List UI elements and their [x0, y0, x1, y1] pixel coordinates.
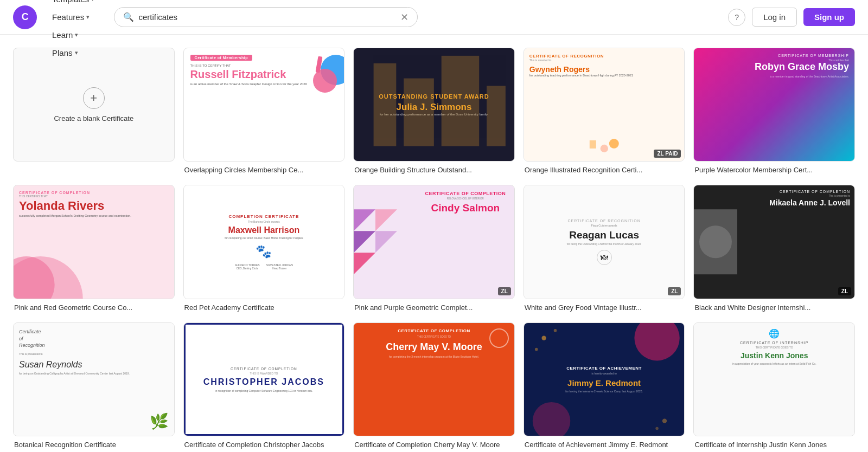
- cert-sub: successfully completed Morgan School's D…: [19, 214, 169, 217]
- decorative-circles: [306, 54, 344, 97]
- template-card[interactable]: Certificate of Completion RELOVA SCHOOL …: [353, 185, 515, 311]
- botanical-illustration: 🌿: [19, 412, 169, 430]
- card-title: Orange Building Structure Outstand...: [353, 166, 515, 174]
- svg-point-7: [609, 139, 619, 148]
- card-thumbnail: Certificate of Completion THIS IS AWARDE…: [183, 322, 345, 436]
- cert-name: Gwyneth Rogers: [529, 65, 679, 74]
- card-thumbnail: Certificate of Membership THIS IS TO CER…: [183, 48, 345, 162]
- chevron-down-icon: ▾: [86, 14, 90, 21]
- card-title: Botanical Recognition Certificate: [13, 441, 175, 449]
- header-actions: ? Log in Sign up: [728, 8, 855, 27]
- template-card[interactable]: Outstanding Student Award Julia J. Simmo…: [353, 48, 515, 174]
- nav-learn[interactable]: Learn ▾: [46, 26, 101, 44]
- nav-templates[interactable]: Templates ▾: [46, 0, 101, 8]
- template-card[interactable]: Certificate of Completion This is presen…: [693, 185, 855, 311]
- building-bg: [354, 48, 514, 161]
- template-card[interactable]: Certificate of Completion THIS IS AWARDE…: [183, 322, 345, 449]
- template-card[interactable]: Certificate of Recognition This is award…: [524, 48, 685, 174]
- template-card[interactable]: Certificate of Membership This certifies…: [693, 48, 855, 174]
- svg-point-18: [699, 226, 732, 259]
- cert-name: Jimmy E. Redmont: [567, 378, 641, 388]
- cert-title: Certificate of Membership: [778, 54, 849, 57]
- chevron-down-icon: ▾: [91, 0, 94, 3]
- cert-title: Completion Certificate: [228, 214, 299, 219]
- card-thumbnail: Outstanding Student Award Julia J. Simmo…: [353, 48, 515, 162]
- zl-badge: ZL: [498, 287, 511, 295]
- card-thumbnail: Certificate of Recognition This is award…: [524, 48, 685, 162]
- template-card[interactable]: Certificate of Completion THIS CERTIFICA…: [353, 322, 515, 449]
- card-title: Overlapping Circles Membership Ce...: [183, 166, 345, 174]
- card-thumbnail: Certificate of Achievement is hereby awa…: [524, 322, 685, 436]
- login-button[interactable]: Log in: [752, 8, 797, 27]
- cert-title: Certificate of Completion: [231, 367, 297, 371]
- help-button[interactable]: ?: [728, 9, 745, 26]
- globe-icon: 🌐: [769, 328, 780, 339]
- food-icon: 🍽: [597, 250, 612, 265]
- triangle-decoration: [354, 185, 397, 298]
- svg-marker-12: [354, 210, 375, 231]
- cert-sub: for outstanding teaching performance in …: [529, 74, 679, 77]
- cert-title: Certificate of Recognition: [529, 54, 679, 59]
- canva-logo[interactable]: C: [13, 5, 37, 29]
- card-title: Black and White Designer Internshi...: [693, 304, 855, 312]
- cert-name: Justin Kenn Jones: [741, 351, 808, 360]
- template-card[interactable]: Certificate of Membership THIS IS TO CER…: [183, 48, 345, 174]
- circle-decoration: [489, 328, 509, 348]
- cert-title: Certificate of Achievement: [566, 366, 642, 371]
- svg-rect-4: [404, 79, 434, 146]
- svg-point-1: [313, 69, 337, 93]
- card-title: Pink and Purple Geometric Complet...: [353, 304, 515, 312]
- svg-marker-13: [354, 231, 375, 253]
- cert-title: Certificate of Completion: [769, 190, 850, 193]
- card-thumbnail: Certificate of Completion THIS CERTIFIES…: [13, 185, 175, 299]
- template-card[interactable]: Certificate of Completion THIS CERTIFIES…: [13, 185, 175, 311]
- card-title: Certificate of Achievement Jimmy E. Redm…: [524, 441, 685, 449]
- cert-name: Reagan Lucas: [569, 229, 639, 241]
- cert-name: Cindy Salmon: [422, 202, 509, 214]
- template-card[interactable]: Certificate of Achievement is hereby awa…: [524, 322, 685, 449]
- card-title: Purple Watercolor Membership Cert...: [693, 166, 855, 174]
- create-blank-thumb[interactable]: + Create a blank Certificate: [13, 48, 175, 162]
- create-blank-card[interactable]: + Create a blank Certificate: [13, 48, 175, 174]
- card-thumbnail: Certificate of Recognition Fiaza Cuisine…: [524, 185, 685, 299]
- cert-title: CertificateofRecognition: [19, 328, 169, 349]
- chevron-down-icon: ▾: [75, 49, 78, 56]
- template-card[interactable]: Certificate of Recognition Fiaza Cuisine…: [524, 185, 685, 311]
- search-icon: 🔍: [123, 12, 134, 22]
- cert-title: Certificate of Completion: [359, 328, 509, 333]
- template-card[interactable]: 🌐 Certificate of Internship THIS CERTIFI…: [693, 322, 855, 449]
- svg-rect-6: [487, 86, 506, 146]
- card-thumbnail: Certificate of Completion RELOVA SCHOOL …: [353, 185, 515, 299]
- cert-name: Maxwell Harrison: [228, 225, 300, 235]
- paw-icon: 🐾: [256, 244, 272, 259]
- template-card[interactable]: Completion Certificate The Barking Circl…: [183, 185, 345, 311]
- svg-rect-3: [374, 63, 397, 146]
- card-title: Orange Illustrated Recognition Certi...: [524, 166, 685, 174]
- cert-title: Certificate of Internship: [740, 341, 808, 345]
- card-thumbnail: Completion Certificate The Barking Circl…: [183, 185, 345, 299]
- svg-marker-16: [375, 231, 397, 253]
- svg-marker-14: [354, 253, 375, 275]
- paid-badge: ZL PAID: [654, 150, 681, 158]
- cert-name: Susan Reynolds: [19, 360, 169, 370]
- clear-search-button[interactable]: ✕: [400, 12, 409, 22]
- signup-button[interactable]: Sign up: [803, 8, 855, 26]
- cert-name: Mikaela Anne J. Lovell: [769, 198, 850, 208]
- cert-title: Certificate of Completion: [422, 191, 509, 196]
- svg-rect-5: [442, 56, 479, 146]
- card-title: Certificate of Internship Justin Kenn Jo…: [693, 441, 855, 449]
- nav-plans[interactable]: Plans ▾: [46, 44, 101, 62]
- nav-features[interactable]: Features ▾: [46, 8, 101, 26]
- card-title: White and Grey Food Vintage Illustr...: [524, 304, 685, 312]
- create-blank-label: Create a blank Certificate: [54, 114, 133, 122]
- card-thumbnail: Certificate of Membership This certifies…: [693, 48, 855, 162]
- card-thumbnail: Certificate of Completion This is presen…: [693, 185, 855, 299]
- logo-text: C: [22, 11, 29, 23]
- card-thumbnail: CertificateofRecognition This is present…: [13, 322, 175, 436]
- zl-badge: ZL: [668, 287, 681, 295]
- wave-decoration: [14, 242, 110, 299]
- main-nav: Home Templates ▾ Features ▾ Learn ▾ Plan…: [46, 0, 101, 62]
- search-input[interactable]: [138, 12, 396, 22]
- template-card[interactable]: CertificateofRecognition This is present…: [13, 322, 175, 449]
- card-title: Certificate of Completion Christopher Ja…: [183, 441, 345, 449]
